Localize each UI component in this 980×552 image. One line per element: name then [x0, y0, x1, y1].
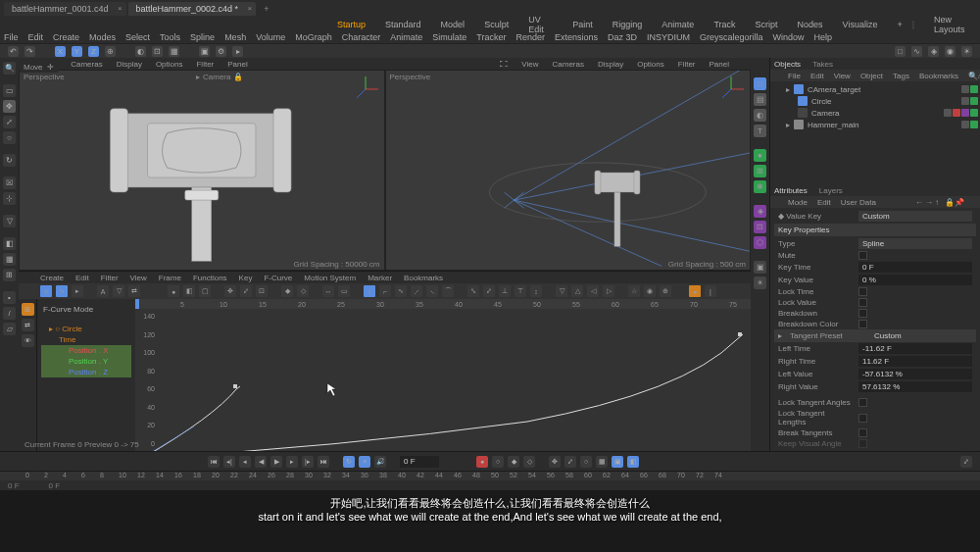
move-tool[interactable]: ✥ [3, 100, 16, 113]
layout-startup[interactable]: Startup [337, 20, 366, 29]
attr-breakdown-checkbox[interactable] [858, 309, 867, 318]
fc-link2-icon[interactable]: ⇄ [22, 319, 34, 331]
fc-menu-key[interactable]: Key [239, 274, 253, 282]
menu-help[interactable]: Help [814, 32, 833, 42]
sound-button[interactable]: 🔊 [374, 456, 386, 468]
fc-region-icon[interactable]: ▭ [338, 285, 350, 297]
obj-menu-object[interactable]: Object [860, 72, 883, 80]
fc-step-button[interactable]: ⌐ [379, 285, 391, 297]
fc-keyall-icon[interactable]: ◇ [297, 285, 309, 297]
menu-animate[interactable]: Animate [390, 32, 422, 42]
lock-icon[interactable]: 🔒 [945, 198, 953, 206]
menu-modes[interactable]: Modes [89, 32, 116, 42]
attr-breakcolor-checkbox[interactable] [858, 320, 867, 328]
cube-icon[interactable]: □ [754, 77, 766, 90]
tab-attributes[interactable]: Attributes [774, 186, 808, 195]
attr-menu-userdata[interactable]: User Data [841, 198, 876, 207]
render-picture-button[interactable]: ▸ [232, 46, 243, 57]
axis-gizmo-2[interactable] [716, 75, 746, 104]
tab-takes[interactable]: Takes [812, 60, 833, 69]
layout-animate[interactable]: Animate [662, 20, 694, 29]
viewport-right[interactable]: Perspective [385, 70, 752, 271]
expand-icon[interactable]: ▸ [778, 331, 782, 340]
attr-locktime-checkbox[interactable] [858, 287, 867, 296]
vis-tag[interactable] [961, 85, 969, 93]
obj-menu-view[interactable]: View [834, 72, 851, 80]
rot-key-button[interactable]: ○ [580, 456, 592, 468]
fc-mode-motion[interactable]: ▸ [72, 285, 83, 297]
vis-tag[interactable] [944, 109, 952, 117]
param-key-button[interactable]: ▦ [596, 456, 608, 468]
scale-tool[interactable]: ⤢ [3, 116, 16, 128]
vp-expand-icon[interactable]: ⛶ [500, 60, 508, 69]
fc-tool-filter[interactable]: ▽ [113, 285, 124, 297]
fc-menu-bookmarks[interactable]: Bookmarks [404, 274, 443, 282]
menu-daz3d[interactable]: Daz 3D [608, 32, 637, 42]
camera-obj-icon[interactable]: ▣ [754, 261, 766, 274]
tab-layers[interactable]: Layers [819, 186, 843, 195]
fc-easein-button[interactable]: ⟍ [426, 285, 438, 297]
render-settings-button[interactable]: ⚙ [216, 46, 226, 57]
menu-file[interactable]: File [4, 32, 19, 42]
obj-hammer[interactable]: ▸ Hammer_main [772, 119, 978, 130]
menu-tracker[interactable]: Tracker [476, 32, 506, 42]
menu-greyscale[interactable]: Greyscalegorilla [700, 32, 763, 42]
menu-render[interactable]: Render [515, 32, 545, 42]
fc-linear-button[interactable]: / [364, 285, 375, 297]
attr-locktanlen-checkbox[interactable] [858, 414, 867, 423]
goto-end-button[interactable]: ⏭ [318, 456, 329, 468]
layout-script[interactable]: Script [756, 20, 778, 29]
tree-time[interactable]: Time [41, 334, 131, 345]
axis-gizmo[interactable] [351, 75, 380, 104]
autokey-button[interactable]: ○ [492, 456, 504, 468]
layout-model[interactable]: Model [441, 20, 466, 29]
expand-icon[interactable]: ▸ [786, 121, 790, 129]
tree-posx[interactable]: Position . X [41, 345, 131, 356]
search-icon-small[interactable]: 🔍 [968, 72, 976, 79]
layout-nodes[interactable]: Nodes [798, 20, 823, 29]
select-x-button[interactable]: X [55, 46, 66, 57]
expand-icon[interactable]: ▸ [786, 85, 790, 94]
menu-window[interactable]: Window [773, 32, 805, 42]
fc-mode-dopesheet[interactable]: ≡ [40, 285, 52, 297]
menu-mesh[interactable]: Mesh [224, 32, 246, 42]
menu-simulate[interactable]: Simulate [432, 32, 466, 42]
obj-menu-edit[interactable]: Edit [810, 72, 824, 80]
environment-button[interactable]: ☀ [961, 46, 972, 57]
points-mode-button[interactable]: • [3, 291, 16, 304]
undo-button[interactable]: ↶ [8, 46, 19, 57]
fc-ripple-icon[interactable]: ↔ [322, 285, 334, 297]
spline-button[interactable]: ∿ [911, 46, 922, 57]
next-key-button[interactable]: |▸ [302, 456, 314, 468]
coord-button[interactable]: ◐ [135, 46, 146, 57]
menu-spline[interactable]: Spline [190, 32, 215, 42]
pla-key-button[interactable]: ▣ [612, 456, 623, 468]
fc-mode-fcurve[interactable]: ∿ [56, 285, 68, 297]
fc-move-icon[interactable]: ✥ [224, 285, 236, 297]
search-icon[interactable]: 🔍 [3, 62, 16, 75]
obj-menu-file[interactable]: File [788, 72, 801, 80]
layout-track[interactable]: Track [713, 20, 735, 29]
fc-tangent-2[interactable]: ⤢ [483, 285, 495, 297]
obj-menu-tags[interactable]: Tags [893, 72, 909, 80]
attr-lockvalue-checkbox[interactable] [858, 298, 867, 307]
mograph-icon[interactable]: ● [754, 149, 766, 162]
fc-autokey-button[interactable]: ● [689, 285, 701, 297]
select-y-button[interactable]: Y [72, 46, 82, 57]
recent-tool[interactable]: ↻ [3, 154, 16, 167]
fc-cube-icon[interactable]: ◧ [183, 285, 195, 297]
status-start[interactable]: 0 F [8, 481, 20, 490]
texture-mode-button[interactable]: ▦ [3, 253, 16, 266]
fc-misc-3[interactable]: ⊕ [660, 285, 671, 297]
fc-clamp-3[interactable]: ◁ [587, 285, 599, 297]
fc-menu-marker[interactable]: Marker [368, 274, 392, 282]
fc-tool-link[interactable]: ⇄ [128, 285, 140, 297]
fc-menu-motionsys[interactable]: Motion System [304, 274, 356, 282]
fc-sphere-icon[interactable]: ● [168, 285, 179, 297]
next-frame-button[interactable]: ▸ [286, 456, 298, 468]
tree-posz[interactable]: Position . Z [41, 367, 131, 377]
plus-icon[interactable]: + [897, 20, 902, 29]
model-mode-button[interactable]: ◧ [3, 237, 16, 250]
vp-menu-panel[interactable]: Panel [227, 60, 247, 69]
layout-standard[interactable]: Standard [385, 20, 421, 29]
